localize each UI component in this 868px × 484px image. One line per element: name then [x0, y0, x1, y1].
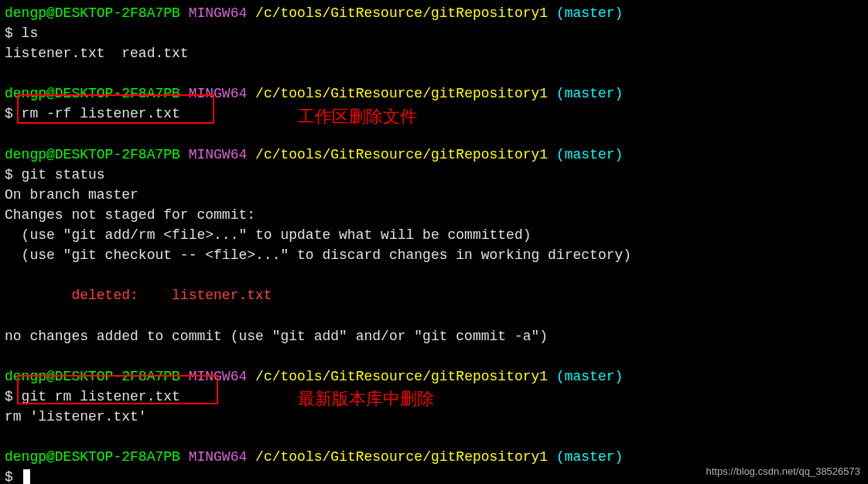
path: /c/tools/GitResource/gitRepository1: [255, 369, 548, 384]
output-line: On branch master: [5, 185, 863, 205]
command-text: git rm listener.txt: [22, 389, 180, 404]
command-line: $ ls: [5, 23, 863, 43]
user-host: dengp@DESKTOP-2F8A7PB: [5, 5, 180, 21]
env: MINGW64: [189, 86, 248, 101]
command-text: git status: [22, 167, 105, 182]
branch: (master): [556, 86, 623, 101]
watermark: https://blog.csdn.net/qq_38526573: [706, 465, 861, 479]
command-line: $ git rm listener.txt: [5, 387, 863, 407]
branch: (master): [556, 449, 623, 465]
deleted-file: listener.txt: [172, 288, 272, 303]
blank-line: [5, 305, 863, 326]
prompt-line: dengp@DESKTOP-2F8A7PB MINGW64 /c/tools/G…: [5, 84, 863, 104]
output-line: rm 'listener.txt': [5, 407, 863, 427]
terminal[interactable]: dengp@DESKTOP-2F8A7PB MINGW64 /c/tools/G…: [5, 3, 863, 484]
user-host: dengp@DESKTOP-2F8A7PB: [5, 369, 180, 384]
env: MINGW64: [189, 147, 248, 162]
user-host: dengp@DESKTOP-2F8A7PB: [5, 86, 180, 101]
command-line: $ rm -rf listener.txt: [5, 104, 863, 124]
output-line: listener.txt read.txt: [5, 43, 863, 63]
path: /c/tools/GitResource/gitRepository1: [255, 5, 548, 21]
branch: (master): [556, 147, 623, 162]
output-line: (use "git checkout -- <file>..." to disc…: [5, 245, 863, 265]
blank-line: [5, 346, 863, 366]
prompt-line: dengp@DESKTOP-2F8A7PB MINGW64 /c/tools/G…: [5, 145, 863, 165]
blank-line: [5, 63, 863, 84]
user-host: dengp@DESKTOP-2F8A7PB: [5, 147, 180, 162]
user-host: dengp@DESKTOP-2F8A7PB: [5, 449, 180, 465]
prompt-line: dengp@DESKTOP-2F8A7PB MINGW64 /c/tools/G…: [5, 3, 863, 23]
path: /c/tools/GitResource/gitRepository1: [255, 86, 548, 101]
branch: (master): [556, 369, 623, 384]
blank-line: [5, 265, 863, 285]
deleted-label: deleted:: [5, 288, 172, 303]
env: MINGW64: [189, 5, 248, 21]
command-text: rm -rf listener.txt: [22, 106, 180, 121]
command-text: ls: [22, 26, 39, 41]
cursor-icon: [23, 469, 30, 484]
deleted-line: deleted: listener.txt: [5, 285, 863, 305]
path: /c/tools/GitResource/gitRepository1: [255, 147, 548, 162]
output-line: Changes not staged for commit:: [5, 205, 863, 225]
prompt-line: dengp@DESKTOP-2F8A7PB MINGW64 /c/tools/G…: [5, 366, 863, 387]
blank-line: [5, 124, 863, 145]
branch: (master): [556, 5, 623, 21]
command-line: $ git status: [5, 165, 863, 185]
env: MINGW64: [189, 369, 248, 384]
output-line: no changes added to commit (use "git add…: [5, 326, 863, 346]
blank-line: [5, 427, 863, 447]
env: MINGW64: [189, 449, 248, 465]
path: /c/tools/GitResource/gitRepository1: [255, 449, 548, 465]
output-line: (use "git add/rm <file>..." to update wh…: [5, 225, 863, 245]
